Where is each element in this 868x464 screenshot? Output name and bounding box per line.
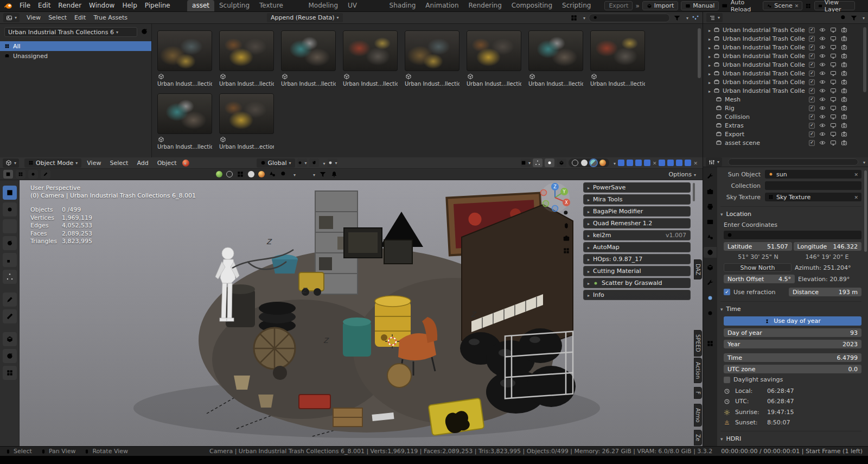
outliner-collection-row[interactable]: Urban Industrial Trash Colle bbox=[703, 34, 868, 43]
import-method-dropdown[interactable]: Append (Reuse Data) bbox=[267, 13, 342, 22]
viewport-disable-icon[interactable] bbox=[830, 87, 837, 94]
render-disable-icon[interactable] bbox=[841, 122, 847, 129]
hide-eye-icon[interactable] bbox=[819, 139, 826, 146]
display-size-icon[interactable] bbox=[570, 14, 578, 22]
viewport-editor-type-button[interactable] bbox=[3, 158, 19, 168]
outliner-filter-dropdown[interactable] bbox=[860, 14, 865, 21]
sidebar-tab-ze[interactable]: Ze bbox=[694, 430, 702, 446]
outliner-row-mesh[interactable]: Mesh bbox=[703, 95, 868, 104]
render-disable-icon[interactable] bbox=[841, 44, 847, 50]
disclosure-icon[interactable] bbox=[709, 53, 711, 60]
asset-item[interactable]: Urban Indust...llections 6_4 bbox=[343, 30, 398, 87]
workspace-tab-asset[interactable]: asset bbox=[187, 0, 214, 11]
notification-bell-icon[interactable] bbox=[330, 170, 338, 178]
exclude-checkbox[interactable] bbox=[809, 131, 815, 137]
sun-object-field[interactable]: sun bbox=[765, 170, 861, 179]
scene-selector[interactable]: Scene bbox=[763, 1, 802, 10]
pan-view-icon[interactable] bbox=[563, 222, 570, 230]
asset-thumbnail[interactable] bbox=[528, 30, 583, 71]
wireframe-shading-button[interactable] bbox=[572, 160, 578, 166]
asset-item[interactable]: Urban Indust...llections 6_7 bbox=[528, 30, 583, 87]
outliner-scrollbar[interactable] bbox=[863, 27, 866, 92]
exclude-checkbox[interactable] bbox=[809, 53, 815, 59]
exclude-checkbox[interactable] bbox=[809, 105, 815, 111]
viewport-disable-icon[interactable] bbox=[830, 113, 837, 120]
distance-slider[interactable]: Distance193 m bbox=[789, 288, 861, 296]
viewport-disable-icon[interactable] bbox=[830, 122, 837, 129]
render-disable-icon[interactable] bbox=[841, 113, 847, 120]
addon-close-icon[interactable] bbox=[653, 160, 657, 167]
hide-eye-icon[interactable] bbox=[819, 27, 826, 33]
filter-dropdown[interactable] bbox=[684, 14, 688, 21]
addon-toggle[interactable] bbox=[618, 160, 624, 166]
exclude-checkbox[interactable] bbox=[809, 62, 815, 68]
hide-eye-icon[interactable] bbox=[819, 44, 826, 50]
outliner-filter-icon[interactable] bbox=[850, 14, 858, 22]
use-day-of-year-button[interactable]: Use day of year bbox=[724, 316, 861, 326]
disclosure-icon[interactable] bbox=[709, 35, 711, 42]
asset-thumbnail[interactable] bbox=[219, 30, 274, 71]
display-icon[interactable] bbox=[722, 2, 727, 10]
workspace-tab-texture-paint[interactable]: Texture Paint bbox=[254, 0, 303, 11]
rendered-shading-button[interactable] bbox=[599, 160, 606, 166]
list-icon[interactable] bbox=[299, 170, 307, 178]
asset-thumbnail[interactable] bbox=[281, 30, 336, 71]
exclude-checkbox[interactable] bbox=[809, 88, 815, 94]
asset-search-input[interactable] bbox=[601, 14, 660, 21]
render-disable-icon[interactable] bbox=[841, 35, 847, 42]
select-mode-circle-button[interactable] bbox=[28, 170, 38, 179]
addon-toggle[interactable] bbox=[667, 160, 674, 166]
addon-toggle[interactable] bbox=[685, 160, 691, 166]
hide-eye-icon[interactable] bbox=[819, 122, 826, 129]
outliner-collection-row[interactable]: Urban Industrial Trash Colle bbox=[703, 52, 868, 60]
exclude-checkbox[interactable] bbox=[809, 123, 815, 129]
addon-toggle[interactable] bbox=[627, 160, 633, 166]
asset-item[interactable]: Urban Indust...ections 6_1 bbox=[219, 93, 274, 150]
rotate-tool[interactable] bbox=[3, 236, 17, 250]
viewport-canvas[interactable]: ZZZZ User Perspective (0) Camera | Urban… bbox=[20, 180, 703, 446]
tool-filter-icon[interactable] bbox=[319, 170, 327, 178]
options-dropdown[interactable]: Options bbox=[669, 171, 699, 178]
panel-hops[interactable]: HOps: 0.9.87_17 bbox=[583, 254, 691, 264]
annotate-tool[interactable] bbox=[3, 293, 17, 307]
outliner-editor-type-button[interactable] bbox=[706, 13, 723, 22]
outliner-row-asset-scene[interactable]: asset scene bbox=[703, 138, 868, 147]
properties-scrollbar[interactable] bbox=[864, 170, 867, 252]
workspace-tab-modeling[interactable]: Modeling bbox=[303, 0, 343, 11]
asset-thumbnail[interactable] bbox=[157, 30, 212, 71]
render-disable-icon[interactable] bbox=[841, 105, 847, 111]
hide-eye-icon[interactable] bbox=[819, 70, 826, 77]
render-disable-icon[interactable] bbox=[841, 70, 847, 77]
asset-menu-select[interactable]: Select bbox=[44, 12, 71, 23]
mode-dropdown[interactable]: Object Mode bbox=[24, 158, 81, 168]
navigation-gizmo[interactable]: Z Y X bbox=[539, 181, 571, 214]
tab-object[interactable] bbox=[704, 262, 717, 273]
tab-particles[interactable] bbox=[704, 293, 717, 303]
render-disable-icon[interactable] bbox=[841, 61, 847, 68]
list-dropdown[interactable] bbox=[311, 171, 315, 178]
render-disable-icon[interactable] bbox=[841, 27, 847, 33]
hide-eye-icon[interactable] bbox=[819, 131, 826, 137]
sidebar-tab-action[interactable]: Action bbox=[694, 358, 702, 383]
transform-tool[interactable] bbox=[3, 270, 17, 284]
tab-tool[interactable] bbox=[704, 171, 717, 182]
scale-tool[interactable] bbox=[3, 253, 17, 267]
properties-search-field[interactable] bbox=[728, 158, 858, 166]
blender-logo-icon[interactable] bbox=[4, 2, 13, 9]
panel-quad-remesher[interactable]: Quad Remesher 1.2 bbox=[583, 218, 691, 228]
solid-shading-button[interactable] bbox=[581, 160, 588, 166]
manual-button[interactable]: Manual bbox=[681, 1, 719, 10]
viewport-menu-add[interactable]: Add bbox=[133, 160, 151, 167]
hide-eye-icon[interactable] bbox=[819, 113, 826, 120]
move-tool[interactable] bbox=[3, 219, 17, 233]
filter-settings-icon[interactable] bbox=[692, 14, 699, 22]
hide-eye-icon[interactable] bbox=[819, 105, 826, 111]
render-disable-icon[interactable] bbox=[841, 139, 847, 146]
addon-toggle[interactable] bbox=[659, 160, 665, 166]
asset-item[interactable]: Urban Indust...llections 6_5 bbox=[405, 30, 459, 87]
hide-eye-icon[interactable] bbox=[819, 35, 826, 42]
location-section-header[interactable]: Location bbox=[720, 206, 861, 218]
latitude-slider[interactable]: Latitude51.507 bbox=[724, 242, 792, 251]
asset-thumbnail[interactable] bbox=[590, 30, 645, 71]
asset-thumbnail[interactable] bbox=[467, 30, 521, 71]
